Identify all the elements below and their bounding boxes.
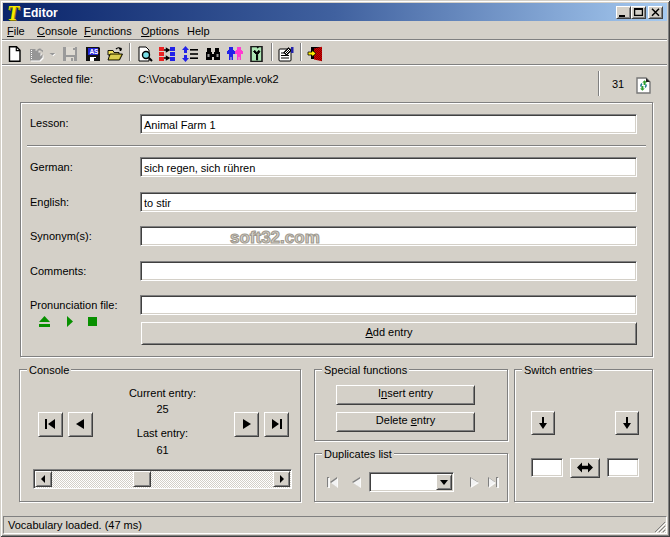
svg-text:AS: AS [89, 48, 99, 55]
